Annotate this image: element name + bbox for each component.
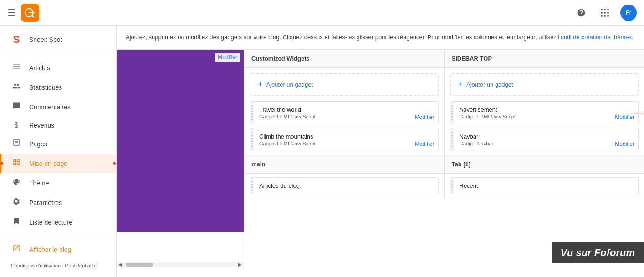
widget-content-advertisement: Advertisement Gadget HTML/JavaScript — [454, 102, 639, 124]
widget-modifier-navbar[interactable]: Modifier — [615, 141, 634, 147]
preview-scrollbar[interactable]: ◀ ▶ — [117, 262, 244, 267]
drag-handle-navbar[interactable] — [450, 128, 454, 151]
widget-title-recent: Recent — [460, 182, 633, 189]
drag-dot — [251, 132, 253, 133]
drag-dot — [251, 119, 253, 120]
drag-dot — [451, 189, 453, 190]
sidebar-afficher-blog[interactable]: Afficher le blog — [0, 240, 116, 259]
info-text-after: . — [632, 34, 634, 41]
drag-dot — [451, 186, 453, 188]
sidebar-item-mise-en-page[interactable]: ⟶ Mise en page ⟵ — [0, 154, 116, 173]
sidebar-divider-1 — [0, 54, 116, 54]
sidebar-item-statistiques[interactable]: Statistiques — [0, 77, 116, 97]
sidebar-revenus-label: Revenus — [29, 122, 54, 129]
sidebar-blog-label: Sneeit Spot — [29, 36, 62, 43]
revenus-icon: $ — [11, 121, 22, 129]
drag-dot — [251, 143, 253, 144]
sidebar-item-theme[interactable]: Thème — [0, 173, 116, 193]
sidebar-afficher-blog-label: Afficher le blog — [29, 246, 71, 253]
scroll-thumb[interactable] — [126, 263, 153, 267]
drag-dot — [251, 138, 253, 139]
advertisement-right-arrow: ⟶ — [633, 107, 644, 118]
drag-dot — [251, 111, 253, 112]
add-gadget-sidebar-label: Ajouter un gadget — [466, 81, 513, 88]
add-gadget-sidebar[interactable]: + Ajouter un gadget — [450, 73, 639, 96]
conditions-link[interactable]: Conditions d'utilisation — [11, 263, 61, 268]
sidebar-item-revenus[interactable]: $ Revenus — [0, 117, 116, 134]
widget-subtitle-travel: Gadget HTML/JavaScript — [259, 114, 433, 119]
drag-dot — [451, 119, 453, 120]
drag-handle-climb[interactable] — [250, 128, 254, 151]
widget-title-travel: Travel the world — [259, 106, 433, 113]
sidebar-blog-name[interactable]: S Sneeit Spot — [0, 29, 116, 50]
widgets-columns: Customized Widgets + Ajouter un gadget — [244, 50, 644, 267]
add-gadget-customized[interactable]: + Ajouter un gadget — [250, 73, 439, 96]
drag-handle-advertisement[interactable] — [450, 102, 454, 124]
sidebar-divider-2 — [0, 236, 116, 236]
commentaires-icon — [11, 102, 22, 112]
widget-card-navbar: Navbar Gadget Navbar Modifier — [450, 128, 639, 151]
sidebar-item-parametres[interactable]: Paramètres — [0, 193, 116, 212]
theme-icon — [11, 178, 22, 188]
main-header: main — [244, 155, 444, 174]
tab1-column: Tab [1] Recent — [445, 155, 644, 198]
widget-modifier-climb[interactable]: Modifier — [415, 141, 434, 147]
pages-icon — [11, 138, 22, 149]
theme-creator-link[interactable]: outil de création de thèmes — [561, 34, 632, 41]
drag-handle-articles-blog[interactable] — [250, 178, 254, 194]
drag-dot — [451, 181, 453, 182]
parametres-icon — [11, 197, 22, 208]
drag-dot — [451, 184, 453, 185]
statistiques-icon — [11, 82, 22, 92]
drag-dot — [451, 135, 453, 136]
sidebar-footer: Conditions d'utilisation · Confidentiali… — [0, 259, 116, 272]
drag-dot — [451, 108, 453, 109]
topbar-left: ☰ — [7, 4, 39, 22]
widget-title-climb: Climb the mountains — [259, 133, 433, 140]
main-layout: S Sneeit Spot Articles Statistiques Comm… — [0, 26, 644, 277]
drag-handle-recent[interactable] — [450, 178, 454, 194]
sidebar: S Sneeit Spot Articles Statistiques Comm… — [0, 26, 117, 277]
sidebar-liste-lecture-label: Liste de lecture — [29, 219, 72, 226]
scroll-left-icon[interactable]: ◀ — [117, 262, 124, 267]
help-button[interactable] — [573, 5, 589, 21]
drag-dot — [451, 105, 453, 107]
widget-modifier-advertisement[interactable]: Modifier — [615, 114, 634, 120]
hamburger-icon[interactable]: ☰ — [7, 7, 15, 18]
sidebar-top-column: SIDEBAR TOP + Ajouter un gadget — [445, 50, 644, 155]
sidebar-item-pages[interactable]: Pages — [0, 134, 116, 154]
sidebar-item-commentaires[interactable]: Commentaires — [0, 97, 116, 117]
widget-subtitle-climb: Gadget HTML/JavaScript — [259, 141, 433, 146]
grid-dots-icon — [601, 9, 609, 17]
widget-title-articles-blog: Articles du blog — [259, 182, 433, 189]
drag-dot — [451, 146, 453, 147]
widget-modifier-travel[interactable]: Modifier — [415, 114, 434, 120]
sidebar-statistiques-label: Statistiques — [29, 84, 62, 91]
sidebar-articles-label: Articles — [29, 64, 50, 72]
sidebar-item-articles[interactable]: Articles — [0, 58, 116, 77]
drag-dot — [451, 143, 453, 144]
widget-title-navbar: Navbar — [460, 133, 633, 140]
drag-dot — [251, 105, 253, 107]
widget-content-climb: Climb the mountains Gadget HTML/JavaScri… — [254, 128, 438, 151]
apps-button[interactable] — [597, 5, 613, 21]
topbar-right: Fr — [573, 5, 637, 21]
drag-handle-travel[interactable] — [250, 102, 254, 124]
liste-lecture-icon — [11, 217, 22, 227]
left-arrow-icon: ⟶ — [0, 159, 4, 169]
drag-dot — [251, 108, 253, 109]
sidebar-parametres-label: Paramètres — [29, 199, 62, 206]
confidentialite-link[interactable]: Confidentialité — [65, 263, 97, 268]
widget-card-articles-blog: Articles du blog — [250, 177, 439, 194]
widget-card-advertisement: Advertisement Gadget HTML/JavaScript Mod… — [450, 101, 639, 124]
avatar[interactable]: Fr — [620, 5, 637, 21]
widget-title-advertisement: Advertisement — [460, 106, 633, 113]
sidebar-top-header: SIDEBAR TOP — [445, 50, 644, 68]
blogger-logo[interactable] — [21, 4, 39, 22]
preview-modifier[interactable]: Modifier — [215, 53, 240, 62]
sidebar-commentaires-label: Commentaires — [29, 103, 71, 111]
topbar: ☰ Fr — [0, 0, 644, 26]
sidebar-item-liste-lecture[interactable]: Liste de lecture — [0, 212, 116, 232]
scroll-right-icon[interactable]: ▶ — [236, 262, 244, 267]
sidebar-mise-en-page-label: Mise en page — [29, 160, 67, 167]
